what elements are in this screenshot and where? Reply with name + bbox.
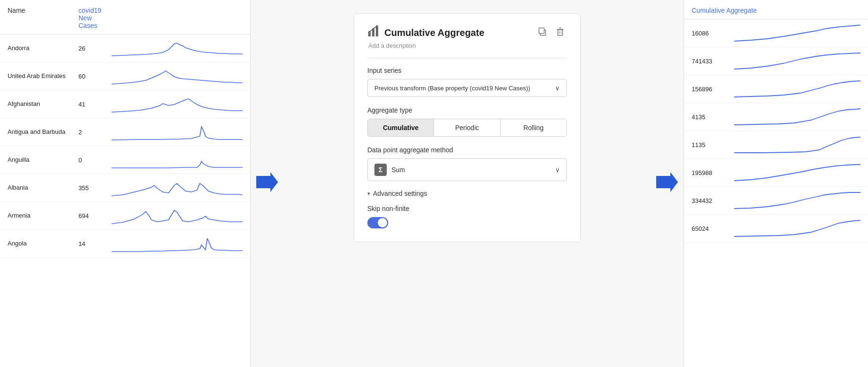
right-value: 65024 (692, 225, 734, 232)
cell-sparkline (112, 95, 243, 113)
right-sparkline (734, 24, 860, 42)
delete-button[interactable] (554, 26, 567, 40)
copy-button[interactable] (536, 26, 549, 40)
right-data-panel: Cumulative Aggregate 16086 741433 156896 (684, 0, 868, 367)
right-sparkline (734, 192, 860, 210)
svg-point-5 (373, 28, 374, 30)
cell-country-name: Andorra (8, 44, 78, 52)
right-sparkline (734, 108, 860, 126)
table-row: Afghanistan 41 (0, 90, 250, 118)
svg-rect-9 (558, 30, 563, 35)
table-row: United Arab Emirates 60 (0, 62, 250, 90)
cell-value: 694 (78, 212, 112, 219)
left-data-panel: Name covid19 New Cases Andorra 26 United… (0, 0, 251, 367)
svg-point-6 (376, 25, 378, 27)
card-title-row: Cumulative Aggregate (367, 25, 567, 40)
aggregate-btn-periodic[interactable]: Periodic (434, 119, 500, 136)
advanced-arrow-icon: ▾ (367, 191, 370, 197)
cell-value: 26 (78, 45, 112, 52)
table-header: Name covid19 New Cases (0, 0, 250, 35)
middle-panel: Cumulative Aggregate (284, 0, 651, 367)
right-value: 1135 (692, 141, 734, 149)
svg-rect-8 (539, 28, 544, 34)
right-panel-header: Cumulative Aggregate (684, 0, 868, 19)
cell-country-name: United Arab Emirates (8, 72, 78, 80)
toggle-knob (378, 218, 387, 227)
input-series-label: Input series (367, 67, 567, 74)
cell-sparkline (112, 235, 243, 253)
right-value: 195988 (692, 169, 734, 176)
card-actions (536, 26, 567, 40)
dp-method-select[interactable]: Σ Sum ∨ (367, 158, 567, 181)
right-sparkline (734, 52, 860, 70)
right-value: 334432 (692, 197, 734, 204)
right-sparkline (734, 80, 860, 98)
sum-icon: Σ (374, 164, 387, 176)
svg-point-4 (369, 31, 371, 33)
aggregate-type-label: Aggregate type (367, 106, 567, 114)
col-spark-header (112, 7, 243, 29)
right-value: 741433 (692, 58, 734, 65)
aggregate-type-selector: Cumulative Periodic Rolling (367, 119, 567, 137)
card-description[interactable]: Add a description (368, 42, 567, 49)
card-title: Cumulative Aggregate (384, 27, 485, 38)
right-row: 4135 (684, 103, 868, 131)
cell-sparkline (112, 39, 243, 57)
cell-country-name: Armenia (8, 212, 78, 220)
skip-label: Skip non-finite (367, 205, 567, 212)
cell-sparkline (112, 207, 243, 225)
cell-sparkline (112, 67, 243, 85)
cell-value: 355 (78, 184, 112, 192)
cell-country-name: Angola (8, 240, 78, 248)
cell-value: 60 (78, 73, 112, 80)
cell-value: 14 (78, 240, 112, 247)
svg-marker-0 (256, 172, 278, 192)
right-arrow-container (651, 0, 684, 367)
input-series-value: Previous transform (Base property (covid… (374, 85, 530, 92)
table-row: Angola 14 (0, 230, 250, 258)
advanced-label: Advanced settings (373, 190, 427, 197)
cell-country-name: Afghanistan (8, 100, 78, 108)
cell-sparkline (112, 151, 243, 169)
table-row: Albania 355 (0, 174, 250, 202)
table-row: Anguilla 0 (0, 146, 250, 174)
left-flow-arrow (256, 171, 278, 196)
dp-method-value: Sum (391, 166, 550, 174)
right-panel-title: Cumulative Aggregate (692, 7, 860, 14)
right-sparkline (734, 164, 860, 182)
right-row: 1135 (684, 131, 868, 159)
skip-nonfinite-toggle[interactable] (367, 217, 388, 228)
advanced-settings-toggle[interactable]: ▾ Advanced settings (367, 190, 567, 197)
right-row: 195988 (684, 159, 868, 187)
right-value: 156896 (692, 86, 734, 93)
dp-method-chevron: ∨ (555, 166, 560, 174)
cell-value: 2 (78, 129, 112, 136)
table-row: Antigua and Barbuda 2 (0, 118, 250, 146)
right-value: 16086 (692, 30, 734, 37)
right-value: 4135 (692, 114, 734, 121)
aggregate-btn-rolling[interactable]: Rolling (501, 119, 566, 136)
right-sparkline (734, 219, 860, 237)
right-row: 741433 (684, 47, 868, 75)
right-row: 16086 (684, 19, 868, 47)
right-flow-arrow (656, 171, 678, 196)
cell-value: 41 (78, 101, 112, 108)
cell-country-name: Albania (8, 184, 78, 192)
cell-value: 0 (78, 157, 112, 164)
cell-country-name: Anguilla (8, 156, 78, 164)
right-sparkline (734, 136, 860, 154)
cell-sparkline (112, 179, 243, 197)
card-divider (367, 58, 567, 58)
transform-card: Cumulative Aggregate (354, 13, 581, 242)
dp-method-label: Data point aggregate method (367, 146, 567, 154)
col-value-header: covid19 New Cases (78, 7, 112, 29)
cell-sparkline (112, 123, 243, 141)
table-row: Andorra 26 (0, 35, 250, 62)
table-row: Armenia 694 (0, 202, 250, 230)
aggregate-btn-cumulative[interactable]: Cumulative (368, 119, 434, 136)
input-series-select[interactable]: Previous transform (Base property (covid… (367, 79, 567, 97)
chart-icon (367, 25, 380, 40)
right-row: 334432 (684, 187, 868, 215)
cell-country-name: Antigua and Barbuda (8, 128, 78, 136)
right-row: 156896 (684, 75, 868, 103)
